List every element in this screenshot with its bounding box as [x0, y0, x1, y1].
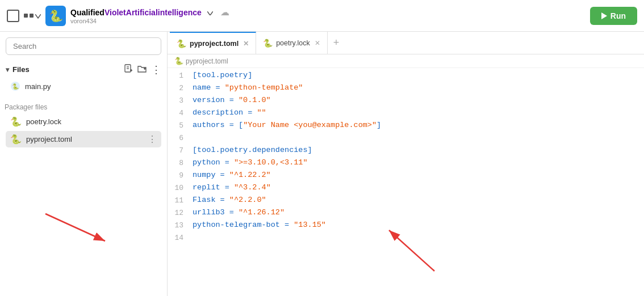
code-line-5: 5 authors = ["Your Name <you@example.com…: [168, 120, 644, 133]
files-section: ▾ Files ⋮ 🐍 m: [0, 61, 167, 98]
file-item-main-py[interactable]: 🐍 main.py: [6, 78, 161, 94]
editor-tabs: 🐍 pyproject.toml ✕ 🐍 poetry.lock ✕ +: [168, 32, 644, 54]
breadcrumb-text: pyproject.toml: [186, 57, 228, 65]
grid-icon[interactable]: [24, 11, 41, 21]
chevron-icon[interactable]: [35, 11, 41, 21]
tab-pyproject-toml[interactable]: 🐍 pyproject.toml ✕: [170, 32, 256, 54]
cloud-icon: ☁: [220, 7, 229, 17]
editor: 🐍 pyproject.toml ✕ 🐍 poetry.lock ✕ + 🐍 p…: [168, 32, 644, 296]
file-item-pyproject-toml[interactable]: 🐍 pyproject.toml ⋮: [6, 131, 161, 147]
play-icon: [601, 12, 607, 19]
new-folder-icon[interactable]: [137, 64, 147, 75]
file-more-icon[interactable]: ⋮: [148, 134, 157, 145]
tab-label-poetry: poetry.lock: [276, 39, 310, 47]
code-line-7: 7 [tool.poetry.dependencies]: [168, 145, 644, 158]
python-icon-poetry: 🐍: [10, 116, 22, 127]
filename-poetry-lock: poetry.lock: [26, 117, 61, 126]
tab-close-pyproject[interactable]: ✕: [243, 40, 249, 48]
code-line-8: 8 python = ">=3.10.0,<3.11": [168, 158, 644, 170]
packager-label: Packager files: [5, 103, 162, 111]
svg-text:🐍: 🐍: [12, 83, 19, 90]
app-logo: 🐍: [45, 6, 66, 26]
file-breadcrumb: 🐍 pyproject.toml: [168, 54, 644, 68]
filename-pyproject-toml: pyproject.toml: [26, 135, 72, 143]
code-line-3: 3 version = "0.1.0": [168, 95, 644, 108]
window-icon: [7, 10, 19, 22]
sidebar: ▾ Files ⋮ 🐍 m: [0, 32, 168, 296]
run-label: Run: [610, 11, 626, 20]
breadcrumb-icon: 🐍: [174, 57, 183, 65]
search-box: [0, 32, 167, 61]
code-line-4: 4 description = "": [168, 108, 644, 120]
tab-icon-poetry: 🐍: [263, 39, 273, 48]
code-line-9: 9 numpy = "^1.22.2": [168, 170, 644, 183]
code-line-14: 14: [168, 232, 644, 245]
tab-icon-pyproject: 🐍: [177, 39, 186, 48]
tab-label-pyproject: pyproject.toml: [190, 40, 239, 48]
code-line-11: 11 Flask = "^2.2.0": [168, 195, 644, 208]
files-header: ▾ Files ⋮: [6, 64, 161, 75]
code-line-2: 2 name = "python-template": [168, 83, 644, 95]
app-subtitle: voron434: [70, 18, 229, 24]
code-line-12: 12 urllib3 = "^1.26.12": [168, 208, 644, 220]
new-tab-button[interactable]: +: [328, 37, 345, 49]
code-line-13: 13 python-telegram-bot = "13.15": [168, 220, 644, 232]
filename-main-py: main.py: [25, 82, 51, 91]
files-label: ▾ Files: [6, 65, 30, 74]
dropdown-chevron[interactable]: [207, 7, 215, 17]
search-input[interactable]: [6, 37, 161, 55]
python-icon: 🐍: [10, 81, 20, 91]
tab-close-poetry[interactable]: ✕: [315, 39, 320, 47]
code-editor[interactable]: 1 [tool.poetry] 2 name = "python-templat…: [168, 68, 644, 296]
code-line-1: 1 [tool.poetry]: [168, 70, 644, 83]
new-file-icon[interactable]: [124, 64, 133, 75]
app-title: QualifiedVioletArtificialintelligence ☁: [70, 7, 229, 18]
tab-poetry-lock[interactable]: 🐍 poetry.lock ✕: [256, 32, 328, 54]
file-item-poetry-lock[interactable]: 🐍 poetry.lock: [6, 113, 161, 130]
code-line-10: 10 replit = "^3.2.4": [168, 183, 644, 195]
more-options-icon[interactable]: ⋮: [151, 65, 161, 75]
code-line-6: 6: [168, 133, 644, 145]
files-header-actions: ⋮: [124, 64, 161, 75]
python-icon-pyproject: 🐍: [10, 134, 22, 145]
run-button[interactable]: Run: [590, 7, 637, 25]
